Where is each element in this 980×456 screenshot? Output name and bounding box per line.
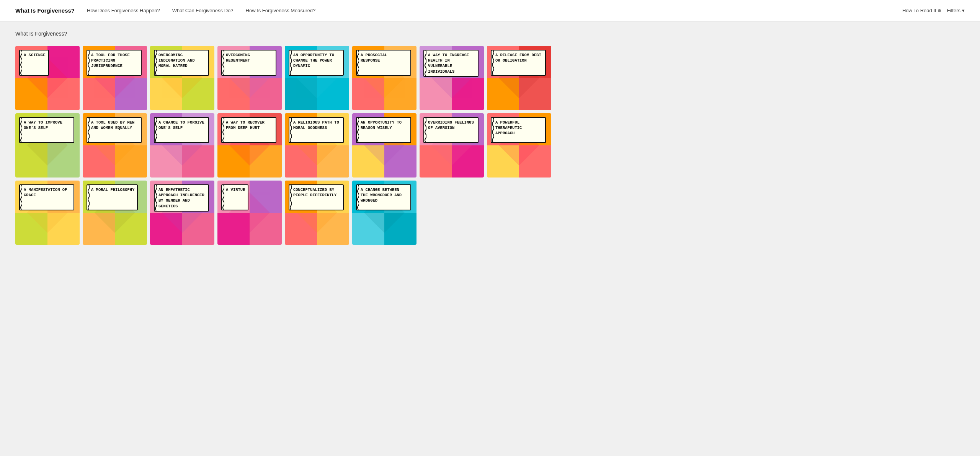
squiggle-left-icon <box>154 117 157 143</box>
card-label-text: A Moral Philosophy <box>90 184 138 210</box>
squiggle-left-icon <box>87 184 90 210</box>
squiggle-left-icon <box>221 50 224 76</box>
card-label-text: An Empathetic Approach Influenced By Gen… <box>157 184 209 212</box>
card-label-wrap: An Empathetic Approach Influenced By Gen… <box>154 184 209 212</box>
squiggle-left-icon <box>423 117 426 143</box>
card-2[interactable]: A Tool For Those Practicing Jurisprudenc… <box>83 46 147 110</box>
card-18[interactable]: A Moral Philosophy <box>83 181 147 245</box>
card-label-wrap: Overcoming Indignation And Moral Hatred <box>154 50 209 76</box>
card-20[interactable]: A Virtue <box>217 181 282 245</box>
card-label-wrap: A Manifestation Of Grace <box>19 184 74 210</box>
squiggle-left-icon <box>491 117 494 143</box>
card-22[interactable]: A Change Between The Wrongdoer And Wrong… <box>352 181 416 245</box>
squiggle-left-icon <box>87 50 90 76</box>
squiggle-left-icon <box>154 50 157 76</box>
how-to-read-button[interactable]: How To Read It <box>902 8 941 13</box>
card-6[interactable]: A Prosocial Response <box>352 46 416 110</box>
card-label-wrap: Conceptualized By People Differently <box>289 184 344 210</box>
card-label-wrap: A Tool For Those Practicing Jurisprudenc… <box>87 50 142 76</box>
card-label-text: A Way To Improve One's Self <box>22 117 74 143</box>
card-12[interactable]: A Way To Recover From Deep Hurt <box>217 113 282 178</box>
card-15[interactable]: Overriding Feelings Of Aversion <box>420 113 484 178</box>
squiggle-left-icon <box>289 184 292 210</box>
chevron-down-icon: ▾ <box>962 8 965 13</box>
squiggle-left-icon <box>491 50 494 76</box>
card-label-wrap: A Virtue <box>221 184 276 210</box>
squiggle-left-icon <box>87 117 90 143</box>
squiggle-left-icon <box>154 184 157 212</box>
card-label-text: A Tool Used By Men And Women Equally <box>90 117 142 143</box>
card-grid: A Science A Tool For Those Practicing Ju… <box>15 46 965 245</box>
card-label-text: A Tool For Those Practicing Jurisprudenc… <box>90 50 142 76</box>
card-label-text: A Religious Path To Moral Goodness <box>292 117 344 143</box>
card-9[interactable]: A Way To Improve One's Self <box>15 113 80 178</box>
squiggle-left-icon <box>356 184 359 210</box>
card-11[interactable]: A Chance To Forgive One's Self <box>150 113 214 178</box>
nav-link-2[interactable]: What Can Forgiveness Do? <box>172 8 234 13</box>
content: What Is Forgiveness? A Science A Tool Fo… <box>0 21 980 268</box>
squiggle-left-icon <box>221 184 224 210</box>
card-label-text: A Prosocial Response <box>359 50 411 76</box>
squiggle-left-icon <box>289 50 292 76</box>
card-16[interactable]: A Powerful Therapeutic Approach <box>487 113 551 178</box>
card-label-wrap: An Opportunity To Change The Power Dynam… <box>289 50 344 76</box>
card-label-text: A Science <box>22 50 49 76</box>
card-label-wrap: Overcoming Resentment <box>221 50 276 76</box>
info-dot-icon <box>938 9 941 12</box>
card-3[interactable]: Overcoming Indignation And Moral Hatred <box>150 46 214 110</box>
card-label-wrap: A Chance To Forgive One's Self <box>154 117 209 143</box>
card-5[interactable]: An Opportunity To Change The Power Dynam… <box>285 46 349 110</box>
card-13[interactable]: A Religious Path To Moral Goodness <box>285 113 349 178</box>
card-label-wrap: A Tool Used By Men And Women Equally <box>87 117 142 143</box>
squiggle-left-icon <box>356 50 359 76</box>
squiggle-left-icon <box>356 117 359 143</box>
squiggle-left-icon <box>19 184 22 210</box>
card-label-wrap: A Way To Improve One's Self <box>19 117 74 143</box>
squiggle-left-icon <box>221 117 224 143</box>
card-label-text: A Release From Debt Or Obligation <box>494 50 546 76</box>
card-label-text: An Opportunity To Change The Power Dynam… <box>292 50 344 76</box>
card-label-wrap: A Way To Increase Health In Vulnerable I… <box>423 50 479 77</box>
card-21[interactable]: Conceptualized By People Differently <box>285 181 349 245</box>
squiggle-left-icon <box>423 50 426 77</box>
card-19[interactable]: An Empathetic Approach Influenced By Gen… <box>150 181 214 245</box>
card-label-text: A Change Between The Wrongdoer And Wrong… <box>359 184 411 210</box>
nav: What Is Forgiveness? How Does Forgivenes… <box>0 0 980 21</box>
nav-link-1[interactable]: How Does Forgiveness Happen? <box>87 8 160 13</box>
card-label-text: Overcoming Resentment <box>224 50 276 76</box>
nav-link-3[interactable]: How Is Forgiveness Measured? <box>246 8 316 13</box>
squiggle-left-icon <box>19 117 22 143</box>
card-label-wrap: A Release From Debt Or Obligation <box>491 50 546 76</box>
card-7[interactable]: A Way To Increase Health In Vulnerable I… <box>420 46 484 110</box>
squiggle-left-icon <box>19 50 22 76</box>
card-label-text: A Manifestation Of Grace <box>22 184 74 210</box>
card-8[interactable]: A Release From Debt Or Obligation <box>487 46 551 110</box>
card-label-wrap: A Moral Philosophy <box>87 184 142 210</box>
card-label-text: A Virtue <box>224 184 248 210</box>
page-title: What Is Forgiveness? <box>15 31 965 37</box>
card-10[interactable]: A Tool Used By Men And Women Equally <box>83 113 147 178</box>
card-label-wrap: A Powerful Therapeutic Approach <box>491 117 546 143</box>
card-label-text: Overcoming Indignation And Moral Hatred <box>157 50 209 76</box>
card-label-text: Overriding Feelings Of Aversion <box>426 117 479 143</box>
card-label-text: A Way To Increase Health In Vulnerable I… <box>426 50 479 77</box>
card-label-text: A Way To Recover From Deep Hurt <box>224 117 276 143</box>
filters-button[interactable]: Filters ▾ <box>947 8 965 13</box>
card-label-wrap: A Religious Path To Moral Goodness <box>289 117 344 143</box>
nav-right: How To Read It Filters ▾ <box>902 8 965 13</box>
nav-title[interactable]: What Is Forgiveness? <box>15 7 75 14</box>
card-label-text: A Chance To Forgive One's Self <box>157 117 209 143</box>
card-label-text: Conceptualized By People Differently <box>292 184 344 210</box>
card-label-wrap: A Way To Recover From Deep Hurt <box>221 117 276 143</box>
card-17[interactable]: A Manifestation Of Grace <box>15 181 80 245</box>
card-4[interactable]: Overcoming Resentment <box>217 46 282 110</box>
card-label-wrap: A Science <box>19 50 74 76</box>
card-label-text: A Powerful Therapeutic Approach <box>494 117 546 143</box>
card-label-wrap: An Opportunity To Reason Wisely <box>356 117 411 143</box>
squiggle-left-icon <box>289 117 292 143</box>
card-14[interactable]: An Opportunity To Reason Wisely <box>352 113 416 178</box>
card-1[interactable]: A Science <box>15 46 80 110</box>
card-label-wrap: A Prosocial Response <box>356 50 411 76</box>
card-label-text: An Opportunity To Reason Wisely <box>359 117 411 143</box>
card-label-wrap: A Change Between The Wrongdoer And Wrong… <box>356 184 411 210</box>
